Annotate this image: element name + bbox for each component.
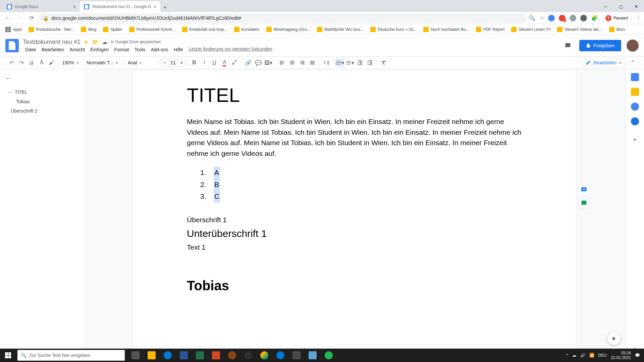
doc-title-heading[interactable]: TITEL — [187, 84, 522, 106]
decrease-indent-button[interactable] — [355, 58, 365, 67]
decrease-font-button[interactable]: − — [161, 59, 168, 66]
bookmark-item[interactable]: Professionell Schrei... — [126, 25, 178, 34]
extension-1-icon[interactable] — [548, 15, 555, 21]
menu-bearbeiten[interactable]: Bearbeiten — [39, 46, 67, 53]
clear-formatting-button[interactable] — [379, 58, 388, 67]
cloud-sync-icon[interactable]: ☁ — [572, 353, 576, 358]
start-button[interactable] — [0, 349, 16, 362]
print-button[interactable]: 🖨 — [27, 58, 36, 67]
menu-format[interactable]: Format — [112, 46, 131, 53]
close-tab-icon[interactable]: × — [154, 4, 156, 9]
edit-mode-select[interactable]: Bearbeiten ▾ — [582, 58, 625, 67]
explore-button[interactable] — [607, 332, 621, 345]
menu-einfuegen[interactable]: Einfügen — [88, 46, 111, 53]
font-select[interactable]: Arial — [126, 58, 157, 67]
browser-tab-0[interactable]: Google Docs × — [3, 1, 80, 12]
bookmark-item[interactable]: Kursideen — [231, 25, 262, 34]
maximize-button[interactable]: ▢ — [613, 1, 629, 12]
document-title[interactable]: Textdokument neu #1 — [23, 39, 80, 46]
star-icon[interactable]: ☆ — [539, 15, 544, 21]
increase-font-button[interactable]: + — [178, 59, 185, 66]
undo-button[interactable]: ↶ — [7, 58, 16, 67]
underline-button[interactable]: U — [210, 58, 219, 67]
star-icon[interactable]: ★ — [84, 39, 89, 45]
word-button[interactable] — [176, 349, 192, 362]
align-center-button[interactable] — [287, 58, 297, 67]
text-color-button[interactable]: A — [220, 58, 229, 67]
highlight-button[interactable]: 🖍 — [230, 58, 239, 67]
spotify-button[interactable] — [321, 349, 337, 362]
excel-button[interactable] — [192, 349, 208, 362]
doc-heading-2[interactable]: Überschrift 1 — [187, 216, 522, 224]
align-left-button[interactable] — [277, 58, 287, 67]
bookmark-item[interactable]: Steuern Videos wic... — [554, 25, 605, 34]
menu-ansicht[interactable]: Ansicht — [67, 46, 87, 53]
menu-hilfe[interactable]: Hilfe — [171, 46, 185, 53]
list-item[interactable]: 2.B — [200, 179, 522, 191]
extensions-menu-icon[interactable]: 🧩 — [591, 15, 598, 21]
close-window-button[interactable]: ✕ — [629, 1, 644, 12]
bookmark-item[interactable]: Später — [100, 25, 125, 34]
doc-text[interactable]: Text 1 — [187, 243, 522, 251]
doc-numbered-list[interactable]: 1.A 2.B 3.C — [200, 167, 522, 202]
profile-button[interactable]: T Pausiert — [602, 14, 632, 22]
calendar-app-icon[interactable] — [631, 73, 639, 81]
align-right-button[interactable] — [298, 58, 307, 67]
zoom-icon[interactable]: 🔍 — [529, 15, 535, 21]
notifications-icon[interactable]: 💬 — [635, 353, 640, 358]
insert-image-button[interactable]: 🖼▾ — [264, 58, 273, 67]
bookmark-item[interactable]: Produktsuche - Mer... — [26, 25, 77, 34]
file-explorer-button[interactable] — [144, 349, 160, 362]
collapse-toolbar-button[interactable]: ^ — [628, 58, 637, 67]
list-text[interactable]: B — [214, 179, 220, 191]
comments-button[interactable] — [562, 40, 574, 52]
outline-item-ueberschrift2[interactable]: Überschrift 2 — [5, 106, 78, 116]
document-container[interactable]: TITEL Mein Name ist Tobias. Ich bin Stud… — [84, 69, 625, 357]
close-tab-icon[interactable]: × — [73, 4, 76, 9]
bulleted-list-button[interactable]: ▾ — [345, 58, 355, 67]
move-folder-icon[interactable]: 📁 — [92, 39, 99, 45]
app-button[interactable] — [224, 349, 240, 362]
outline-item-titel[interactable]: TITEL — [5, 87, 78, 97]
line-spacing-button[interactable] — [321, 58, 331, 67]
browser-tab-1[interactable]: Textdokument neu #1 - Google D × — [80, 1, 160, 12]
redo-button[interactable]: ↷ — [17, 58, 26, 67]
app2-button[interactable] — [288, 349, 305, 362]
italic-button[interactable]: I — [200, 58, 209, 67]
doc-heading-1[interactable]: Tobias — [187, 278, 522, 293]
chevron-up-icon[interactable]: ^ — [566, 353, 568, 358]
bookmark-item[interactable]: Mindmapping (Gru... — [264, 25, 313, 34]
edge-button[interactable] — [160, 349, 176, 362]
last-change-link[interactable]: Letzte Änderung vor wenigen Sekunden — [189, 46, 272, 53]
bold-button[interactable]: B — [190, 58, 199, 67]
outline-back-button[interactable]: ← — [5, 74, 78, 82]
bookmark-item[interactable]: Steuern Lesen !!!! — [508, 25, 553, 34]
edge2-button[interactable] — [272, 349, 288, 362]
menu-datei[interactable]: Datei — [23, 46, 39, 53]
clock[interactable]: 15:24 22.02.2021 — [611, 351, 631, 360]
new-tab-button[interactable]: + — [160, 3, 170, 12]
keep-app-icon[interactable] — [631, 88, 639, 96]
extension-4-icon[interactable] — [580, 15, 587, 21]
add-comment-button[interactable] — [579, 184, 589, 195]
doc-paragraph[interactable]: Mein Name ist Tobias. Ich bin Student in… — [187, 116, 522, 159]
contacts-app-icon[interactable] — [631, 117, 639, 125]
bookmark-item[interactable]: Deutsche Kurs + Vo... — [368, 25, 419, 34]
notepad-button[interactable] — [305, 349, 321, 362]
user-avatar[interactable] — [627, 40, 639, 52]
tasks-app-icon[interactable] — [631, 103, 639, 111]
checklist-button[interactable]: ▾ — [335, 58, 344, 67]
zoom-select[interactable]: 150% — [61, 58, 81, 67]
list-item[interactable]: 1.A — [200, 167, 522, 179]
minimize-button[interactable]: — — [598, 1, 613, 12]
taskbar-search[interactable]: 🔍 Zur Suche Text hier eingeben — [17, 350, 125, 361]
chrome-menu-icon[interactable]: ⋮ — [636, 15, 641, 21]
list-text[interactable]: A — [214, 167, 220, 179]
bookmark-item[interactable]: Wahlfächer WU Aus... — [314, 25, 366, 34]
font-size-input[interactable] — [168, 59, 178, 66]
add-addon-button[interactable]: + — [633, 136, 637, 144]
insert-comment-button[interactable]: 💬 — [254, 58, 263, 67]
language-indicator[interactable]: DEU — [598, 353, 607, 358]
outline-item-tobias[interactable]: Tobias — [5, 97, 78, 106]
insert-link-button[interactable]: 🔗 — [244, 58, 253, 67]
